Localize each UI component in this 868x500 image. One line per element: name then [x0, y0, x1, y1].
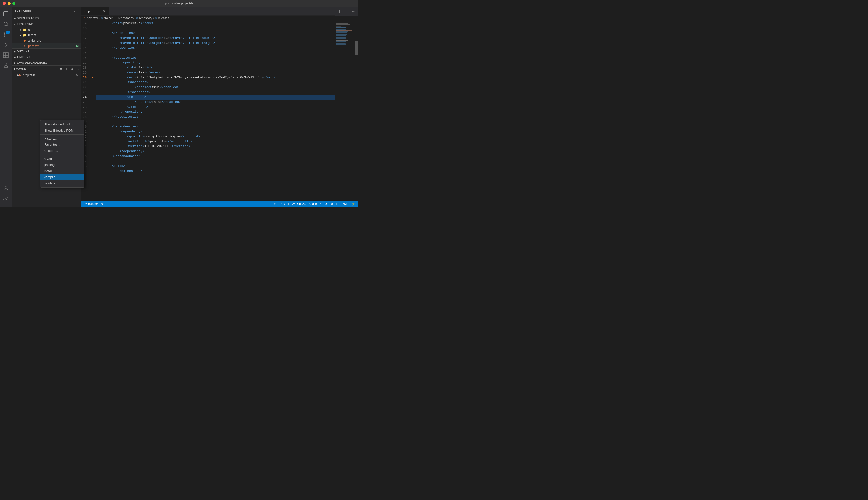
gutter-23: 23 [81, 90, 90, 95]
maven-project-row[interactable]: ▶ M project-b ⚙ [12, 72, 81, 78]
maximize-button[interactable] [12, 2, 15, 5]
breadcrumb-project-icon: ⟨⟩ [101, 17, 103, 20]
run-debug-activity-icon[interactable] [1, 40, 11, 50]
explorer-activity-icon[interactable] [1, 9, 11, 19]
editor-line-22: <enabled>true</enabled> [96, 85, 335, 90]
source-control-activity-icon[interactable]: 1 [1, 30, 11, 39]
project-b-label: Project-B [17, 23, 33, 26]
editor-line-28: </repositories> [96, 114, 335, 120]
editor-line-36: </dependencies> [96, 154, 335, 159]
context-menu-custom[interactable]: Custom... [81, 148, 84, 154]
warning-icon: △ [280, 202, 283, 206]
outline-section[interactable]: ▶ Outline [12, 49, 81, 54]
editor-more-icon[interactable]: ··· [351, 8, 356, 15]
tab-pomxml[interactable]: ✦ pom.xml × [81, 7, 109, 15]
maven-chevron: ▼ [13, 67, 16, 71]
line-ending-status[interactable]: LF [336, 202, 339, 206]
tab-close-button[interactable]: × [102, 9, 106, 13]
error-count: 0 [278, 202, 279, 206]
split-editor-icon[interactable] [337, 8, 342, 15]
encoding-status[interactable]: UTF-8 [325, 202, 333, 206]
minimap-content [335, 21, 355, 46]
maven-header[interactable]: ▼ Maven ≡ + ↺ ▭ [12, 66, 81, 72]
svg-point-10 [5, 198, 7, 200]
breadcrumb-sep-3: › [134, 17, 135, 20]
svg-point-9 [5, 186, 7, 189]
context-menu-show-effective-pom[interactable]: Show Effective POM [81, 127, 84, 134]
search-activity-icon[interactable] [1, 19, 11, 29]
maven-refresh-icon[interactable]: ↺ [69, 66, 74, 71]
close-button[interactable] [3, 2, 6, 5]
sidebar-item-pomxml[interactable]: ▶ ✦ pom.xml M [12, 43, 81, 48]
editor-line-20: ▶ <url>ipfs://bafybeib5mrm7b2bvnyx3mseek… [96, 75, 335, 80]
maven-add-icon[interactable]: + [64, 66, 69, 71]
scrollbar-thumb[interactable] [355, 41, 358, 55]
settings-activity-icon[interactable] [1, 194, 11, 204]
editor-content[interactable]: <name>project-b</name> <properties> <mav… [92, 21, 335, 201]
breadcrumb-repos-icon: ⟨⟩ [115, 17, 117, 20]
minimap [335, 21, 355, 201]
timeline-section[interactable]: ▶ Timeline [12, 54, 81, 60]
status-bar: ⎇ master* ↺ ⊘ 0 △ 0 Ln 24, Col 23 Spaces… [81, 201, 358, 207]
java-deps-chevron: ▶ [13, 61, 17, 65]
gutter-13: 13 [81, 41, 90, 46]
maven-list-icon[interactable]: ≡ [59, 66, 63, 71]
src-label: src [28, 28, 81, 32]
cursor-position-label: Ln 24, Col 23 [288, 202, 306, 206]
sidebar-item-src[interactable]: ▶ 📁 src [12, 27, 81, 32]
svg-point-4 [4, 35, 5, 37]
minimize-button[interactable] [8, 2, 11, 5]
editor-line-33: <artifactId>project-a</artifactId> [96, 139, 335, 144]
git-branch-label: master* [88, 202, 98, 206]
extensions-activity-icon[interactable] [1, 50, 11, 60]
context-menu-favorites[interactable]: Favorites... [81, 141, 84, 148]
context-menu-show-deps[interactable]: Show dependencies [81, 121, 84, 127]
breadcrumb-pomxml[interactable]: pom.xml [87, 16, 98, 20]
gutter-20: 20 [81, 75, 90, 80]
git-branch-status[interactable]: ⎇ master* [84, 202, 98, 206]
context-menu-compile[interactable]: compile [81, 174, 84, 180]
flask-activity-icon[interactable] [1, 60, 11, 70]
context-menu-validate[interactable]: validate [81, 180, 84, 186]
language-mode-status[interactable]: XML [342, 202, 349, 206]
project-b-section[interactable]: ▼ Project-B [12, 21, 81, 27]
breadcrumb-releases[interactable]: releases [158, 16, 169, 20]
java-deps-label: Java Dependencies [17, 61, 48, 64]
svg-point-1 [4, 22, 8, 26]
maven-collapse-icon[interactable]: ▭ [75, 66, 80, 71]
title-bar: pom.xml — project-b [0, 0, 358, 7]
account-activity-icon[interactable] [1, 184, 11, 193]
editor-line-31: <dependency> [96, 129, 335, 134]
open-editors-label: Open Editors [17, 17, 39, 20]
maven-title: Maven [16, 67, 59, 70]
sidebar-item-gitignore[interactable]: ▶ ◆ .gitignore [12, 38, 81, 43]
breadcrumb-project[interactable]: project [104, 16, 113, 20]
indent-info-status[interactable]: Spaces: 4 [308, 202, 321, 206]
sidebar-item-target[interactable]: ▶ 📁 target [12, 32, 81, 38]
breadcrumb-sep-4: › [153, 17, 154, 20]
target-label: target [28, 33, 81, 37]
context-menu-package[interactable]: package [81, 162, 84, 168]
sidebar-more-button[interactable]: ··· [73, 9, 78, 14]
editor-layout-icon[interactable] [344, 8, 349, 15]
cursor-position-status[interactable]: Ln 24, Col 23 [288, 202, 306, 206]
breadcrumb-repositories[interactable]: repositories [118, 16, 133, 20]
maven-project-action[interactable]: ⚙ [76, 73, 79, 77]
breadcrumb-repository[interactable]: repository [139, 16, 152, 20]
context-menu: Show dependencies Show Effective POM His… [81, 120, 84, 188]
scrollbar-track[interactable] [355, 21, 358, 201]
encoding-label: UTF-8 [325, 202, 333, 206]
editor-line-10 [96, 26, 335, 31]
notification-status[interactable]: ⚡ [351, 202, 355, 206]
sync-status[interactable]: ↺ [101, 202, 104, 206]
context-menu-install[interactable]: install [81, 168, 84, 174]
editor-line-23: </snapshots> [96, 90, 335, 95]
open-editors-section[interactable]: ▶ Open Editors [12, 15, 81, 21]
java-deps-section[interactable]: ▶ Java Dependencies [12, 60, 81, 66]
maven-actions: ≡ + ↺ ▭ [59, 66, 80, 71]
indent-info-label: Spaces: 4 [308, 202, 321, 206]
context-menu-history[interactable]: History... [81, 135, 84, 141]
context-menu-clean[interactable]: clean [81, 156, 84, 162]
editor-line-17: <repository> [96, 60, 335, 65]
error-warning-status[interactable]: ⊘ 0 △ 0 [274, 202, 285, 206]
